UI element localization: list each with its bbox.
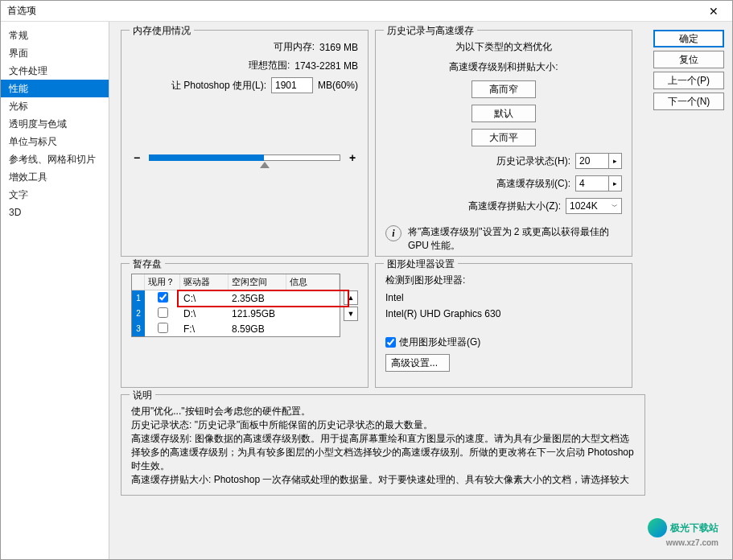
sidebar-item-units[interactable]: 单位与标尺 (1, 133, 109, 150)
sidebar-item-3d[interactable]: 3D (1, 204, 109, 221)
th-info: 信息 (286, 274, 340, 290)
history-title: 为以下类型的文档优化 (385, 40, 622, 54)
sidebar-item-transparency[interactable]: 透明度与色域 (1, 115, 109, 133)
description-text: 使用"优化..."按钮时会考虑您的硬件配置。 历史记录状态: "历史记录"面板中… (131, 405, 635, 487)
th-drive: 驱动器 (180, 274, 229, 290)
memory-legend: 内存使用情况 (130, 24, 194, 38)
right-buttons: 确定 复位 上一个(P) 下一个(N) (653, 22, 732, 559)
info-icon: i (385, 225, 402, 241)
tall-narrow-button[interactable]: 高而窄 (472, 80, 536, 98)
minus-icon[interactable]: − (131, 151, 142, 164)
history-states-label: 历史记录状态(H): (496, 154, 570, 168)
sidebar-item-interface[interactable]: 界面 (1, 44, 109, 62)
memory-slider[interactable] (149, 151, 340, 164)
main-area: 常规 界面 文件处理 性能 光标 透明度与色域 单位与标尺 参考线、网格和切片 … (1, 22, 732, 559)
cache-levels-label: 高速缓存级别(C): (496, 177, 570, 191)
history-legend: 历史记录与高速缓存 (384, 24, 477, 38)
memory-usage-group: 内存使用情况 可用内存: 3169 MB 理想范围: 1743-2281 MB … (121, 30, 369, 257)
ps-use-label: 让 Photoshop 使用(L): (171, 79, 266, 93)
th-free: 空闲空间 (229, 274, 286, 290)
scratch-checkbox-2[interactable] (158, 307, 168, 318)
history-states-spinner[interactable]: ▸ (609, 153, 622, 169)
watermark: 极光下载站 www.xz7.com (648, 518, 719, 537)
scratch-checkbox-3[interactable] (158, 323, 168, 333)
next-button[interactable]: 下一个(N) (653, 93, 724, 110)
gpu-vendor: Intel (385, 292, 622, 303)
cache-tile-label: 高速缓存拼贴大小(Z): (468, 200, 561, 213)
th-active: 现用？ (145, 274, 180, 290)
available-mem-value: 3169 MB (319, 42, 358, 53)
window-title: 首选项 (7, 4, 36, 18)
scratch-checkbox-1[interactable] (158, 292, 168, 303)
plus-icon[interactable]: + (347, 151, 358, 164)
close-icon[interactable]: ✕ (702, 5, 726, 18)
history-info-text: 将"高速缓存级别"设置为 2 或更高以获得最佳的 GPU 性能。 (408, 225, 622, 253)
ps-memory-input[interactable] (271, 77, 313, 93)
cache-tile-dropdown[interactable]: 1024K ﹀ (566, 198, 622, 214)
reset-button[interactable]: 复位 (653, 51, 724, 68)
advanced-settings-button[interactable]: 高级设置... (385, 354, 450, 372)
table-row[interactable]: 1 C:\ 2.35GB (132, 290, 340, 306)
sidebar-item-filehandling[interactable]: 文件处理 (1, 62, 109, 80)
move-up-button[interactable]: ▲ (344, 290, 358, 305)
use-gpu-label: 使用图形处理器(G) (399, 336, 480, 349)
gpu-legend: 图形处理器设置 (384, 257, 458, 271)
cache-levels-spinner[interactable]: ▸ (609, 175, 622, 191)
ideal-range-value: 1743-2281 MB (294, 60, 358, 72)
scratch-legend: 暂存盘 (130, 257, 165, 271)
sidebar-item-type[interactable]: 文字 (1, 186, 109, 204)
watermark-logo-icon (648, 518, 667, 537)
default-button[interactable]: 默认 (472, 105, 536, 122)
titlebar: 首选项 ✕ (1, 1, 732, 22)
move-down-button[interactable]: ▼ (344, 307, 358, 321)
use-gpu-checkbox[interactable] (385, 337, 396, 348)
sidebar-item-plugins[interactable]: 增效工具 (1, 168, 109, 186)
big-flat-button[interactable]: 大而平 (472, 129, 536, 146)
gpu-settings-group: 图形处理器设置 检测到图形处理器: Intel Intel(R) UHD Gra… (375, 263, 632, 388)
sidebar-item-guides[interactable]: 参考线、网格和切片 (1, 150, 109, 168)
available-mem-label: 可用内存: (274, 40, 315, 54)
ps-memory-unit: MB(60%) (318, 80, 358, 91)
history-sub: 高速缓存级别和拼贴大小: (385, 60, 622, 74)
table-row[interactable]: 2 D:\ 121.95GB (132, 306, 340, 321)
description-legend: 说明 (130, 389, 155, 402)
preferences-window: 首选项 ✕ 常规 界面 文件处理 性能 光标 透明度与色域 单位与标尺 参考线、… (0, 0, 733, 560)
table-header: 现用？ 驱动器 空闲空间 信息 (132, 274, 340, 290)
scratch-disks-group: 暂存盘 现用？ 驱动器 空闲空间 信息 (121, 263, 369, 388)
sidebar-item-cursors[interactable]: 光标 (1, 97, 109, 115)
history-cache-group: 历史记录与高速缓存 为以下类型的文档优化 高速缓存级别和拼贴大小: 高而窄 默认… (375, 30, 632, 257)
description-group: 说明 使用"优化..."按钮时会考虑您的硬件配置。 历史记录状态: "历史记录"… (121, 394, 645, 496)
sidebar: 常规 界面 文件处理 性能 光标 透明度与色域 单位与标尺 参考线、网格和切片 … (1, 22, 109, 559)
prev-button[interactable]: 上一个(P) (653, 72, 724, 89)
sidebar-item-general[interactable]: 常规 (1, 27, 109, 44)
ok-button[interactable]: 确定 (653, 30, 724, 47)
chevron-down-icon: ﹀ (612, 202, 618, 211)
gpu-model: Intel(R) UHD Graphics 630 (385, 308, 622, 319)
sidebar-item-performance[interactable]: 性能 (1, 80, 109, 97)
history-states-input[interactable] (575, 153, 609, 169)
gpu-detected-label: 检测到图形处理器: (385, 274, 622, 287)
table-row[interactable]: 3 F:\ 8.59GB (132, 321, 340, 336)
cache-levels-input[interactable] (575, 175, 609, 191)
scratch-table: 现用？ 驱动器 空闲空间 信息 1 C:\ 2.35GB (131, 274, 340, 337)
content: 内存使用情况 可用内存: 3169 MB 理想范围: 1743-2281 MB … (109, 22, 653, 559)
ideal-range-label: 理想范围: (249, 59, 290, 72)
